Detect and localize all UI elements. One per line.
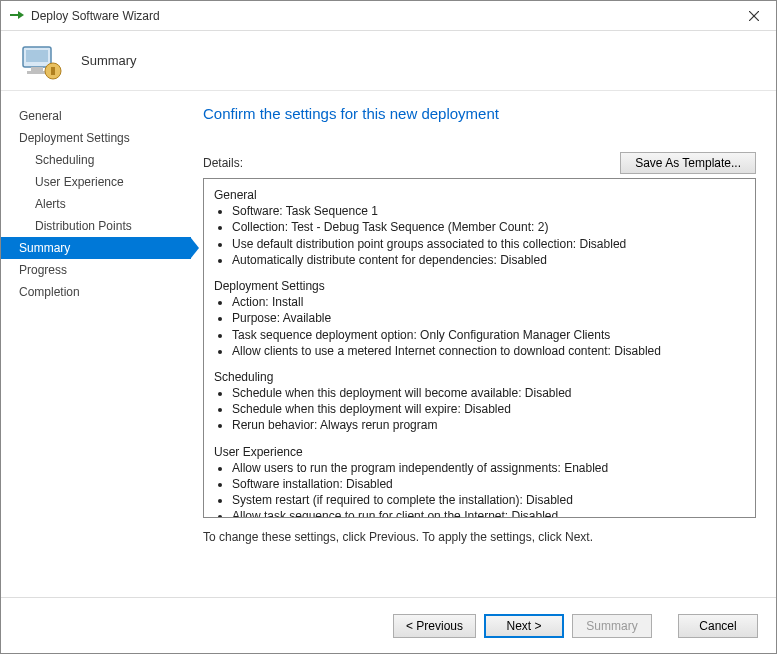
details-group-title: User Experience [214,444,745,460]
details-list-item: System restart (if required to complete … [232,492,745,508]
svg-rect-5 [31,67,43,71]
details-list-item: Action: Install [232,294,745,310]
details-group-title: Deployment Settings [214,278,745,294]
next-button[interactable]: Next > [484,614,564,638]
details-group: Deployment SettingsAction: InstallPurpos… [214,278,745,359]
app-icon [9,8,25,24]
details-list-item: Task sequence deployment option: Only Co… [232,327,745,343]
svg-rect-6 [27,71,47,74]
content-pane: Confirm the settings for this new deploy… [191,91,776,597]
details-list: Schedule when this deployment will becom… [232,385,745,434]
titlebar: Deploy Software Wizard [1,1,776,31]
details-list-item: Allow clients to use a metered Internet … [232,343,745,359]
sidebar-item-alerts[interactable]: Alerts [19,193,191,215]
details-list-item: Software: Task Sequence 1 [232,203,745,219]
details-list: Software: Task Sequence 1Collection: Tes… [232,203,745,268]
page-heading: Confirm the settings for this new deploy… [203,105,756,122]
details-group-title: Scheduling [214,369,745,385]
sidebar-item-deployment-settings[interactable]: Deployment Settings [19,127,191,149]
details-group-title: General [214,187,745,203]
details-header-row: Details: Save As Template... [203,152,756,174]
details-list-item: Collection: Test - Debug Task Sequence (… [232,219,745,235]
button-bar: < Previous Next > Summary Cancel [1,597,776,653]
details-group: User ExperienceAllow users to run the pr… [214,444,745,518]
details-list-item: Purpose: Available [232,310,745,326]
details-group: SchedulingSchedule when this deployment … [214,369,745,434]
previous-button[interactable]: < Previous [393,614,476,638]
step-name: Summary [81,53,137,68]
header-band: Summary [1,31,776,91]
details-box[interactable]: GeneralSoftware: Task Sequence 1Collecti… [203,178,756,518]
details-list-item: Software installation: Disabled [232,476,745,492]
details-list-item: Use default distribution point groups as… [232,236,745,252]
details-list: Action: InstallPurpose: AvailableTask se… [232,294,745,359]
sidebar-item-distribution-points[interactable]: Distribution Points [19,215,191,237]
sidebar-item-summary[interactable]: Summary [1,237,191,259]
close-button[interactable] [731,1,776,31]
sidebar-item-completion[interactable]: Completion [19,281,191,303]
wizard-icon [17,37,65,85]
save-as-template-button[interactable]: Save As Template... [620,152,756,174]
details-list-item: Schedule when this deployment will becom… [232,385,745,401]
sidebar-item-scheduling[interactable]: Scheduling [19,149,191,171]
details-label: Details: [203,156,620,170]
sidebar: GeneralDeployment SettingsSchedulingUser… [1,91,191,597]
sidebar-item-general[interactable]: General [19,105,191,127]
details-list-item: Allow users to run the program independe… [232,460,745,476]
details-group: GeneralSoftware: Task Sequence 1Collecti… [214,187,745,268]
details-list-item: Schedule when this deployment will expir… [232,401,745,417]
details-list-item: Rerun behavior: Always rerun program [232,417,745,433]
summary-button: Summary [572,614,652,638]
sidebar-item-user-experience[interactable]: User Experience [19,171,191,193]
details-list: Allow users to run the program independe… [232,460,745,518]
window-title: Deploy Software Wizard [31,9,731,23]
body: GeneralDeployment SettingsSchedulingUser… [1,91,776,597]
footer-hint: To change these settings, click Previous… [203,530,756,544]
svg-rect-4 [26,50,48,62]
svg-rect-8 [51,67,55,75]
sidebar-item-progress[interactable]: Progress [19,259,191,281]
details-list-item: Automatically distribute content for dep… [232,252,745,268]
details-list-item: Allow task sequence to run for client on… [232,508,745,518]
cancel-button[interactable]: Cancel [678,614,758,638]
